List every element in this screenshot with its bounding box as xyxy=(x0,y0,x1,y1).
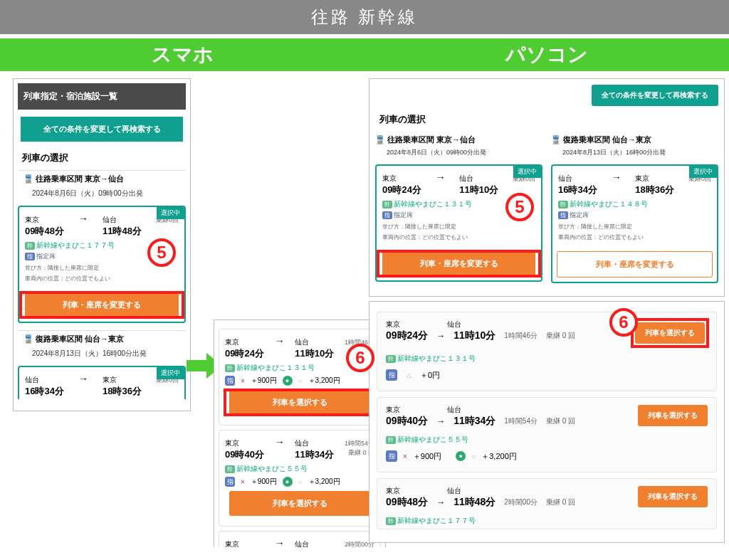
service-name: 新幹線やまびこ１３１号 xyxy=(394,200,472,208)
service-name: 新幹線やまびこ１７７号 xyxy=(36,241,115,249)
radio-empty-icon: ○ xyxy=(471,453,476,460)
return-column: 🚆 復路乗車区間 仙台→東京 2024年8月13日（火）16時00分出発 選択中… xyxy=(551,132,718,290)
select-train-button[interactable]: 列車を選択する xyxy=(229,491,370,516)
arr-time: 11時34分 xyxy=(453,415,495,428)
from-station: 東京 xyxy=(386,486,400,496)
shinkansen-badge: 幹 xyxy=(386,517,396,525)
mobile-screen-2: 東京 09時24分 → 仙台 11時10分 1時間46分 乗継 0 回 幹新幹線… xyxy=(214,319,386,547)
train-icon: 🚆 xyxy=(551,135,561,144)
step-5-marker: 5 xyxy=(505,193,534,221)
seat-note-1: 並び方：隣接した座席に限定 xyxy=(382,223,535,231)
desktop-screen-1: 全ての条件を変更して再検索する 列車の選択 🚆 往路乗車区間 東京→仙台 202… xyxy=(369,78,725,297)
select-train-heading: 列車の選択 xyxy=(375,110,718,132)
seat-price-row[interactable]: 指 × ＋900円 ● ○ ＋3,200円 xyxy=(386,450,708,462)
to-station: 仙台 xyxy=(447,405,461,415)
train-result-3: 東京 仙台 09時48分 → 11時48分 2時間00分 乗継 0 回 列車を選… xyxy=(377,478,717,529)
seat-type: 指定席 xyxy=(394,211,413,218)
shinkansen-badge: 幹 xyxy=(386,355,396,363)
arrow-icon: → xyxy=(436,497,445,507)
arr-time: 11時10分 xyxy=(295,347,334,360)
arr-time: 18時36分 xyxy=(103,385,142,398)
service-name: 新幹線やまびこ５５号 xyxy=(397,435,468,443)
mobile-screen-1: 列車指定・宿泊施設一覧 全ての条件を変更して再検索する 列車の選択 🚆 往路乗車… xyxy=(13,78,191,411)
highlight-change-seat: 列車・座席を変更する xyxy=(378,251,540,276)
arr-time: 11時34分 xyxy=(295,448,334,461)
from-station: 東京 xyxy=(225,337,264,347)
return-selected-card: 選択中 仙台 16時34分 → 東京 18時36分 xyxy=(551,164,718,283)
service-name: 新幹線やまびこ１３１号 xyxy=(397,354,476,362)
to-station: 仙台 xyxy=(295,539,334,547)
page-header: 往路 新幹線 xyxy=(0,0,729,34)
price-a: ＋900円 xyxy=(413,451,441,462)
return-leg-label: 復路乗車区間 仙台→東京 xyxy=(563,135,651,144)
return-leg-date: 2024年8月13日（火）16時00分出発 xyxy=(18,347,186,363)
seat-price-row[interactable]: 指× ＋900円 ●○ ＋3,200円 xyxy=(225,477,374,487)
price-0: ＋0円 xyxy=(420,370,440,381)
select-train-heading: 列車の選択 xyxy=(18,149,186,170)
select-train-button[interactable]: 列車を選択する xyxy=(635,322,705,344)
selected-tag: 選択中 xyxy=(513,166,541,178)
seat-price-row[interactable]: 指× ＋900円 ●○ ＋3,200円 xyxy=(225,376,374,386)
arr-time: 11時48分 xyxy=(453,496,495,509)
arr-time: 11時10分 xyxy=(453,329,495,342)
service-name: 新幹線やまびこ５５号 xyxy=(236,465,308,472)
select-train-button[interactable]: 列車を選択する xyxy=(229,390,370,415)
shinkansen-badge: 幹 xyxy=(382,201,392,208)
to-station: 仙台 xyxy=(447,319,461,329)
to-station: 仙台 xyxy=(447,486,461,496)
step-6-marker: 6 xyxy=(346,344,374,372)
arrow-icon: → xyxy=(612,171,622,183)
outbound-leg-date: 2024年8月6日（火）09時00分出発 xyxy=(18,187,186,203)
to-station: 仙台 xyxy=(295,438,334,448)
service-name: 新幹線やまびこ１４８号 xyxy=(570,200,648,208)
change-seat-button[interactable]: 列車・座席を変更する xyxy=(25,292,179,317)
seat-badge: 指 xyxy=(25,253,35,260)
research-button[interactable]: 全ての条件を変更して再検索する xyxy=(592,85,718,106)
dep-time: 16時34分 xyxy=(25,385,64,398)
train-option-3: 東京 09時48分 → 仙台 11時48分 2時間00分 乗継 0 回 幹新幹線… xyxy=(219,531,381,547)
price-b: ＋3,200円 xyxy=(308,376,340,386)
seat-price-row[interactable]: 指 △ ＋0円 xyxy=(386,369,708,381)
from-station: 仙台 xyxy=(558,174,597,184)
transfers: 乗継 0 回 xyxy=(546,416,575,426)
service-name: 新幹線やまびこ１３１号 xyxy=(236,364,315,371)
train-icon: 🚆 xyxy=(375,135,385,144)
tab-mobile: スマホ xyxy=(0,38,364,71)
dep-time: 09時48分 xyxy=(25,225,64,238)
seat-type: 指定席 xyxy=(36,253,56,260)
arrow-icon: → xyxy=(436,171,446,183)
return-leg-date: 2024年8月13日（火）16時00分出発 xyxy=(551,148,718,162)
dep-time: 09時24分 xyxy=(386,329,428,342)
research-button[interactable]: 全ての条件を変更して再検索する xyxy=(21,117,183,142)
radio-empty-icon: ○ xyxy=(298,377,303,385)
arrow-icon: → xyxy=(78,373,88,384)
selected-tag: 選択中 xyxy=(157,367,184,379)
dep-time: 09時40分 xyxy=(386,415,428,428)
seat-note-2: 車両内の位置：どの位置でもよい xyxy=(382,233,535,241)
arrow-icon: → xyxy=(275,537,285,547)
to-station: 仙台 xyxy=(295,337,334,347)
seat-reserved-chip: 指 xyxy=(225,376,235,386)
select-train-button[interactable]: 列車を選択する xyxy=(638,486,708,507)
select-train-button[interactable]: 列車を選択する xyxy=(638,405,708,426)
arrow-icon: → xyxy=(275,335,285,347)
change-seat-button[interactable]: 列車・座席を変更する xyxy=(382,251,535,276)
unavailable-icon: × xyxy=(403,453,407,460)
service-name: 新幹線やまびこ１７７号 xyxy=(397,517,476,524)
from-station: 東京 xyxy=(25,215,64,225)
return-selected-card: 選択中 仙台 16時34分 → 東京 18時36分 乗継0回 xyxy=(18,366,186,399)
change-seat-button[interactable]: 列車・座席を変更する xyxy=(557,251,713,278)
train-option-1: 東京 09時24分 → 仙台 11時10分 1時間46分 乗継 0 回 幹新幹線… xyxy=(219,329,381,426)
seat-badge: 指 xyxy=(558,211,568,219)
from-station: 東京 xyxy=(382,174,421,184)
tab-desktop: パソコン xyxy=(364,38,729,71)
selected-tag: 選択中 xyxy=(689,166,717,178)
arrow-icon: → xyxy=(436,416,445,426)
arrow-icon: → xyxy=(78,213,88,224)
price-b: ＋3,200円 xyxy=(481,451,517,462)
seat-reserved-chip: 指 xyxy=(386,369,397,381)
selected-tag: 選択中 xyxy=(157,207,184,219)
shinkansen-badge: 幹 xyxy=(225,364,235,372)
train-result-1: 東京 仙台 09時24分 → 11時10分 1時間46分 乗継 0 回 列車を選… xyxy=(377,312,717,391)
seat-reserved-chip: 指 xyxy=(386,450,397,462)
